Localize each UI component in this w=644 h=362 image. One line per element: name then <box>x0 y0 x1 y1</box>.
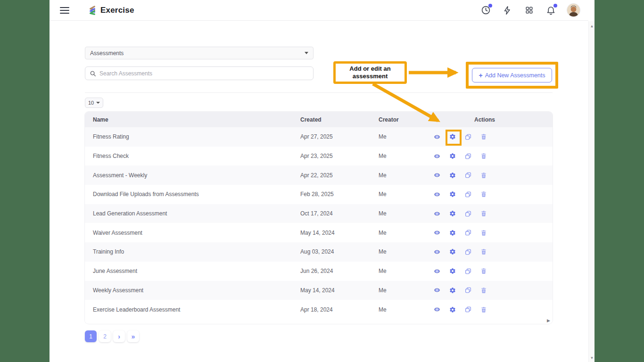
view-eye-icon[interactable] <box>434 306 440 313</box>
assessment-name: Exercise Leaderboard Assessment <box>85 306 300 313</box>
user-avatar[interactable] <box>567 4 580 16</box>
assessment-creator: Me <box>379 268 433 274</box>
settings-gear-icon[interactable] <box>449 230 456 236</box>
delete-trash-icon[interactable] <box>480 287 487 294</box>
page-button-2[interactable]: 2 <box>99 330 111 342</box>
assessment-type-select[interactable]: Assessments <box>85 47 314 59</box>
table-row[interactable]: Training Info Aug 03, 2024 Me <box>85 242 553 262</box>
row-actions <box>433 268 553 274</box>
settings-gear-icon[interactable] <box>449 287 456 294</box>
settings-gear-icon[interactable] <box>449 210 456 217</box>
table-row[interactable]: Download File Uploads from Assessments F… <box>85 185 553 204</box>
duplicate-copy-icon[interactable] <box>465 153 471 159</box>
delete-trash-icon[interactable] <box>480 248 487 255</box>
assessments-table: Name Created Creator Actions Fitness Rat… <box>85 112 553 324</box>
duplicate-copy-icon[interactable] <box>465 172 471 179</box>
assessment-creator: Me <box>379 248 433 255</box>
scroll-down-arrow-icon[interactable]: ▼ <box>589 356 594 360</box>
chevron-down-icon <box>96 102 100 104</box>
notification-dot <box>488 4 492 8</box>
page-vertical-scrollbar[interactable]: ▲ ▼ <box>588 21 594 362</box>
brand-name: Exercise <box>100 6 134 15</box>
assessment-name: Download File Uploads from Assessments <box>85 191 300 197</box>
delete-trash-icon[interactable] <box>480 133 487 140</box>
settings-gear-icon[interactable] <box>449 191 456 197</box>
table-row[interactable]: Waiver Assessment May 14, 2024 Me <box>85 223 553 242</box>
table-row[interactable]: Assessment - Weekly Apr 22, 2025 Me <box>85 165 553 185</box>
delete-trash-icon[interactable] <box>480 268 487 274</box>
delete-trash-icon[interactable] <box>480 191 487 197</box>
next-page-button[interactable]: › <box>113 330 125 342</box>
delete-trash-icon[interactable] <box>480 172 487 179</box>
search-box <box>85 66 314 80</box>
last-page-button[interactable]: » <box>127 330 139 342</box>
history-clock-icon[interactable] <box>480 5 491 16</box>
delete-trash-icon[interactable] <box>480 306 487 313</box>
notifications-bell-icon[interactable] <box>545 5 556 16</box>
apps-grid-icon[interactable] <box>524 5 534 16</box>
table-row[interactable]: Weekly Assessment May 14, 2024 Me <box>85 281 553 300</box>
settings-gear-icon[interactable] <box>449 248 456 255</box>
view-eye-icon[interactable] <box>434 153 440 159</box>
hamburger-menu-icon[interactable] <box>60 7 69 14</box>
delete-trash-icon[interactable] <box>480 210 487 217</box>
row-actions <box>433 133 553 140</box>
view-eye-icon[interactable] <box>434 133 440 140</box>
page-size-select[interactable]: 10 <box>85 98 103 108</box>
scroll-up-arrow-icon[interactable]: ▲ <box>589 24 594 28</box>
duplicate-copy-icon[interactable] <box>465 210 471 217</box>
table-row[interactable]: Exercise Leaderboard Assessment Apr 18, … <box>85 300 553 319</box>
add-new-assessments-button[interactable]: + Add New Assessments <box>472 68 552 82</box>
quick-actions-bolt-icon[interactable] <box>502 5 512 16</box>
row-actions <box>433 191 553 197</box>
navbar-actions <box>480 4 580 16</box>
duplicate-copy-icon[interactable] <box>465 248 471 255</box>
top-navbar: Exercise <box>50 0 588 21</box>
assessment-creator: Me <box>379 172 433 179</box>
row-actions <box>433 230 553 236</box>
row-actions <box>433 306 553 313</box>
duplicate-copy-icon[interactable] <box>465 133 471 140</box>
table-header-row: Name Created Creator Actions <box>85 112 553 127</box>
assessment-name: Lead Generation Assessment <box>85 210 300 217</box>
assessment-created-date: May 14, 2024 <box>300 230 379 236</box>
table-row[interactable]: Fitness Check Apr 23, 2025 Me <box>85 147 553 166</box>
table-row[interactable]: June Assessment Jun 26, 2024 Me <box>85 262 553 281</box>
table-row[interactable]: Lead Generation Assessment Oct 17, 2024 … <box>85 204 553 223</box>
settings-gear-icon[interactable] <box>449 133 456 140</box>
settings-gear-icon[interactable] <box>449 268 456 274</box>
settings-gear-icon[interactable] <box>449 306 456 313</box>
delete-trash-icon[interactable] <box>480 230 487 236</box>
view-eye-icon[interactable] <box>434 248 440 255</box>
view-eye-icon[interactable] <box>434 230 440 236</box>
search-icon <box>90 70 96 77</box>
assessment-creator: Me <box>379 191 433 197</box>
page-button-1[interactable]: 1 <box>85 330 97 342</box>
chevron-down-icon <box>305 52 308 54</box>
add-button-highlight-box: + Add New Assessments <box>466 62 558 89</box>
table-horizontal-scrollbar[interactable]: ▶ <box>85 319 553 323</box>
settings-gear-icon[interactable] <box>449 153 456 159</box>
duplicate-copy-icon[interactable] <box>465 230 471 236</box>
add-button-label: Add New Assessments <box>485 72 545 79</box>
table-row[interactable]: Fitness Rating Apr 27, 2025 Me <box>85 127 553 147</box>
assessment-creator: Me <box>379 153 433 159</box>
assessment-created-date: Apr 22, 2025 <box>300 172 379 179</box>
scroll-right-arrow-icon[interactable]: ▶ <box>547 319 550 323</box>
settings-gear-icon[interactable] <box>449 172 456 179</box>
view-eye-icon[interactable] <box>434 268 440 274</box>
assessment-created-date: Apr 18, 2024 <box>300 306 379 313</box>
view-eye-icon[interactable] <box>434 287 440 294</box>
duplicate-copy-icon[interactable] <box>465 191 471 197</box>
duplicate-copy-icon[interactable] <box>465 306 471 313</box>
view-eye-icon[interactable] <box>434 172 440 179</box>
delete-trash-icon[interactable] <box>480 153 487 159</box>
notification-dot <box>553 4 557 8</box>
search-input[interactable] <box>99 70 309 77</box>
view-eye-icon[interactable] <box>434 191 440 197</box>
assessment-name: Fitness Rating <box>85 133 300 140</box>
duplicate-copy-icon[interactable] <box>465 287 471 294</box>
view-eye-icon[interactable] <box>434 210 440 217</box>
duplicate-copy-icon[interactable] <box>465 268 471 274</box>
assessment-name: Waiver Assessment <box>85 230 300 236</box>
